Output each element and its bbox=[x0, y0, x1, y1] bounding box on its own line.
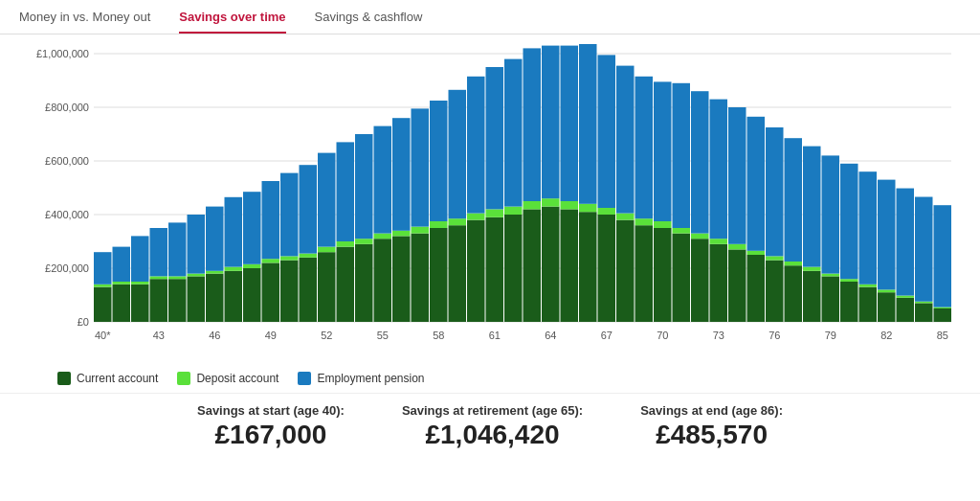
svg-rect-28 bbox=[188, 274, 206, 277]
svg-rect-140 bbox=[878, 180, 896, 290]
svg-rect-102 bbox=[654, 228, 672, 322]
svg-rect-69 bbox=[449, 225, 467, 322]
svg-text:85: 85 bbox=[937, 330, 948, 341]
svg-rect-66 bbox=[430, 228, 448, 322]
svg-rect-15 bbox=[113, 285, 131, 322]
svg-rect-55 bbox=[355, 239, 373, 244]
svg-rect-115 bbox=[728, 244, 746, 250]
svg-text:40*: 40* bbox=[95, 330, 111, 341]
svg-text:70: 70 bbox=[657, 330, 668, 341]
legend-deposit-account-icon bbox=[177, 372, 190, 385]
svg-rect-71 bbox=[449, 90, 467, 218]
summary-section: Savings at start (age 40): £167,000 Savi… bbox=[0, 393, 980, 469]
svg-rect-34 bbox=[225, 267, 243, 271]
tab-money-in-out[interactable]: Money in vs. Money out bbox=[19, 10, 150, 34]
svg-text:£1,000,000: £1,000,000 bbox=[36, 48, 89, 59]
svg-text:49: 49 bbox=[265, 330, 277, 341]
svg-rect-103 bbox=[654, 221, 672, 228]
svg-rect-135 bbox=[859, 287, 878, 322]
svg-rect-79 bbox=[504, 207, 523, 215]
svg-rect-43 bbox=[280, 256, 299, 260]
summary-retirement: Savings at retirement (age 65): £1,046,4… bbox=[402, 403, 583, 450]
svg-rect-149 bbox=[934, 205, 952, 307]
svg-rect-123 bbox=[785, 265, 803, 322]
svg-rect-109 bbox=[691, 234, 709, 239]
svg-rect-58 bbox=[374, 234, 392, 239]
svg-rect-23 bbox=[150, 228, 168, 276]
summary-end-value: £485,570 bbox=[640, 420, 783, 450]
svg-text:82: 82 bbox=[880, 330, 892, 341]
svg-rect-21 bbox=[150, 279, 168, 322]
svg-text:£600,000: £600,000 bbox=[45, 155, 89, 167]
svg-rect-87 bbox=[561, 209, 579, 322]
summary-start: Savings at start (age 40): £167,000 bbox=[197, 403, 345, 450]
svg-rect-111 bbox=[710, 244, 728, 322]
svg-rect-14 bbox=[94, 252, 112, 285]
summary-retirement-label: Savings at retirement (age 65): bbox=[402, 403, 583, 418]
svg-rect-126 bbox=[803, 271, 821, 322]
svg-rect-120 bbox=[766, 261, 784, 322]
svg-rect-119 bbox=[747, 117, 766, 251]
summary-end: Savings at end (age 86): £485,570 bbox=[640, 403, 783, 450]
svg-rect-53 bbox=[337, 142, 355, 241]
svg-rect-22 bbox=[150, 276, 168, 279]
svg-rect-13 bbox=[94, 285, 112, 287]
svg-rect-95 bbox=[598, 55, 616, 208]
svg-rect-81 bbox=[523, 209, 542, 322]
svg-rect-52 bbox=[337, 241, 355, 247]
tab-bar: Money in vs. Money out Savings over time… bbox=[0, 0, 980, 34]
summary-start-value: £167,000 bbox=[197, 420, 345, 450]
svg-rect-98 bbox=[616, 66, 635, 214]
svg-rect-41 bbox=[262, 181, 280, 259]
svg-rect-116 bbox=[728, 107, 746, 244]
svg-rect-62 bbox=[392, 118, 411, 231]
svg-rect-46 bbox=[300, 254, 318, 258]
svg-rect-44 bbox=[280, 173, 299, 257]
svg-rect-67 bbox=[430, 221, 448, 228]
svg-text:43: 43 bbox=[153, 330, 165, 341]
svg-rect-105 bbox=[673, 234, 691, 322]
svg-rect-30 bbox=[206, 274, 224, 322]
svg-rect-42 bbox=[280, 261, 299, 322]
svg-rect-64 bbox=[412, 227, 430, 234]
svg-rect-29 bbox=[188, 215, 206, 274]
svg-rect-63 bbox=[412, 234, 430, 322]
svg-rect-121 bbox=[766, 256, 784, 260]
svg-rect-97 bbox=[616, 214, 635, 220]
legend-deposit-account: Deposit account bbox=[177, 372, 278, 385]
svg-text:55: 55 bbox=[377, 330, 389, 341]
svg-rect-85 bbox=[542, 198, 560, 206]
svg-rect-50 bbox=[318, 153, 336, 247]
tab-savings-over-time[interactable]: Savings over time bbox=[179, 10, 285, 34]
legend-employment-pension-icon bbox=[298, 372, 311, 385]
svg-rect-112 bbox=[710, 239, 728, 244]
svg-rect-33 bbox=[225, 271, 243, 322]
svg-text:£200,000: £200,000 bbox=[45, 262, 89, 274]
svg-rect-49 bbox=[318, 247, 336, 253]
tab-savings-cashflow[interactable]: Savings & cashflow bbox=[315, 10, 423, 34]
svg-rect-127 bbox=[803, 267, 821, 271]
svg-rect-26 bbox=[168, 222, 187, 276]
svg-rect-91 bbox=[579, 204, 597, 212]
svg-rect-35 bbox=[225, 197, 243, 267]
svg-rect-65 bbox=[412, 108, 430, 226]
svg-text:73: 73 bbox=[713, 330, 724, 341]
legend-current-account-icon bbox=[57, 372, 71, 385]
svg-rect-73 bbox=[467, 214, 485, 220]
summary-start-label: Savings at start (age 40): bbox=[197, 403, 345, 418]
legend-employment-pension-label: Employment pension bbox=[317, 372, 424, 385]
svg-rect-148 bbox=[934, 307, 952, 308]
svg-rect-20 bbox=[131, 236, 149, 282]
svg-rect-36 bbox=[243, 268, 261, 322]
svg-rect-147 bbox=[934, 308, 952, 322]
svg-rect-93 bbox=[598, 215, 616, 322]
svg-rect-77 bbox=[486, 67, 504, 209]
chart-area: £1,000,000£800,000£600,000£400,000£200,0… bbox=[0, 34, 980, 364]
svg-rect-75 bbox=[486, 217, 504, 322]
svg-rect-12 bbox=[94, 287, 112, 322]
summary-retirement-value: £1,046,420 bbox=[402, 420, 583, 450]
svg-rect-56 bbox=[355, 134, 373, 239]
svg-rect-118 bbox=[747, 251, 766, 255]
svg-rect-47 bbox=[300, 165, 318, 253]
page-container: Money in vs. Money out Savings over time… bbox=[0, 0, 980, 469]
